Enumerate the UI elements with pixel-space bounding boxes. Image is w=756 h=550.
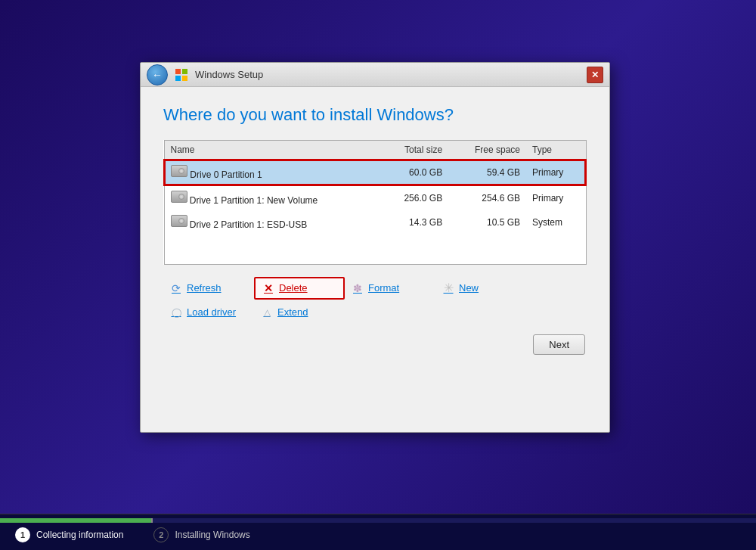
total-size-cell: 60.0 GB [380, 160, 448, 185]
svg-rect-2 [175, 76, 181, 81]
drive-icon [171, 215, 187, 227]
step-1-label: Collecting information [36, 530, 123, 540]
table-empty-row [164, 234, 586, 249]
load-driver-button[interactable]: ◯ Load driver [163, 303, 254, 322]
table-empty-row [164, 249, 586, 264]
extend-button[interactable]: △ Extend [254, 303, 345, 322]
step-1-number: 1 [15, 527, 30, 542]
table-row[interactable]: Drive 2 Partition 1: ESD-USB 14.3 GB 10.… [164, 210, 586, 235]
svg-rect-3 [182, 76, 187, 81]
drive-name-cell: Drive 2 Partition 1: ESD-USB [164, 210, 380, 235]
svg-rect-1 [182, 69, 187, 74]
bottom-bar: 1 Collecting information 2 Installing Wi… [0, 514, 756, 550]
page-heading: Where do you want to install Windows? [163, 105, 587, 125]
windows-setup-icon [174, 67, 189, 82]
col-name: Name [164, 141, 380, 160]
back-button[interactable]: ← [147, 64, 168, 85]
total-size-cell: 256.0 GB [380, 185, 448, 210]
drive-icon [171, 165, 187, 177]
refresh-button[interactable]: ⟳ Refresh [163, 277, 254, 300]
format-button[interactable]: ✽ Format [345, 277, 435, 300]
type-cell: Primary [526, 160, 586, 185]
free-space-cell: 10.5 GB [448, 210, 526, 235]
new-icon: ✳ [442, 281, 455, 295]
title-bar: ← Windows Setup ✕ [141, 63, 609, 87]
extend-icon: △ [260, 306, 274, 319]
drive-name-cell: Drive 1 Partition 1: New Volume [164, 185, 380, 210]
progress-bar-container [0, 518, 756, 523]
table-row[interactable]: Drive 0 Partition 1 60.0 GB 59.4 GB Prim… [164, 160, 586, 185]
free-space-cell: 59.4 GB [448, 160, 526, 185]
refresh-icon: ⟳ [169, 281, 183, 295]
delete-icon: ✕ [262, 281, 275, 295]
drive-icon [171, 191, 187, 203]
setup-window: ← Windows Setup ✕ Where do you want to i… [140, 62, 610, 433]
action-buttons-area: ⟳ Refresh ✕ Delete ✽ Format ✳ New [163, 277, 587, 322]
drive-name-cell: Drive 0 Partition 1 [164, 160, 380, 185]
table-row[interactable]: Drive 1 Partition 1: New Volume 256.0 GB… [164, 185, 586, 210]
step-1: 1 Collecting information [15, 527, 123, 542]
window-title: Windows Setup [195, 69, 263, 80]
new-button[interactable]: ✳ New [435, 277, 526, 300]
partition-table: Name Total size Free space Type Drive 0 … [163, 140, 587, 265]
desktop: ← Windows Setup ✕ Where do you want to i… [0, 0, 756, 550]
step-2-label: Installing Windows [175, 530, 249, 540]
type-cell: System [526, 210, 586, 235]
progress-bar-separator [151, 518, 153, 523]
action-row-2: ◯ Load driver △ Extend [163, 303, 587, 322]
steps-container: 1 Collecting information 2 Installing Wi… [0, 523, 756, 547]
close-button[interactable]: ✕ [587, 67, 603, 83]
svg-rect-0 [175, 69, 181, 74]
free-space-cell: 254.6 GB [448, 185, 526, 210]
progress-bar-green [0, 518, 151, 523]
step-2-number: 2 [153, 527, 169, 542]
window-content: Where do you want to install Windows? Na… [141, 87, 609, 370]
type-cell: Primary [526, 185, 586, 210]
title-bar-left: ← Windows Setup [147, 64, 263, 85]
delete-button[interactable]: ✕ Delete [254, 277, 345, 300]
format-icon: ✽ [351, 281, 364, 295]
load-driver-icon: ◯ [169, 306, 183, 319]
col-free-space: Free space [448, 141, 526, 160]
next-button-area: Next [163, 334, 587, 355]
progress-section: 1 Collecting information 2 Installing Wi… [0, 518, 756, 547]
total-size-cell: 14.3 GB [380, 210, 448, 235]
action-row-1: ⟳ Refresh ✕ Delete ✽ Format ✳ New [163, 277, 587, 300]
col-total-size: Total size [380, 141, 448, 160]
table-header-row: Name Total size Free space Type [164, 141, 586, 160]
next-button[interactable]: Next [533, 334, 585, 355]
step-2: 2 Installing Windows [153, 527, 249, 542]
col-type: Type [526, 141, 586, 160]
